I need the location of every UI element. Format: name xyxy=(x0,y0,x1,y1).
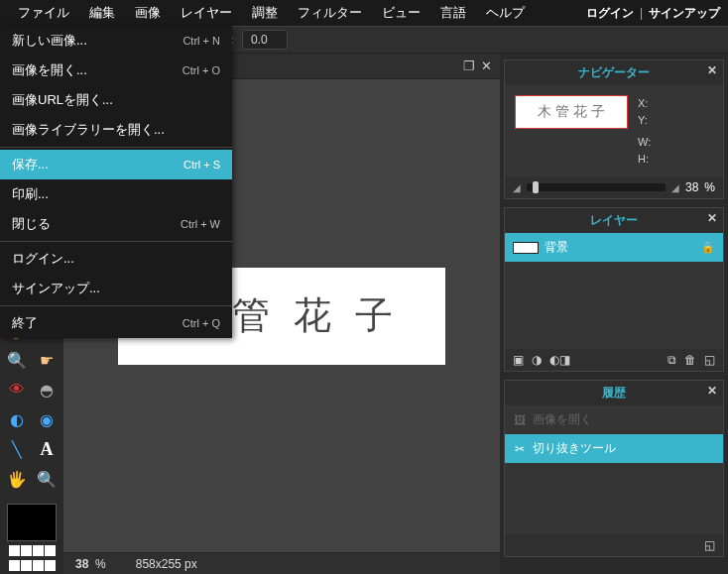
statusbar: 38 % 858x255 px xyxy=(63,552,500,574)
status-zoom: 38 xyxy=(75,557,88,571)
auth-separator: | xyxy=(640,6,643,20)
menu-layer[interactable]: レイヤー xyxy=(171,0,242,26)
swatch-sm[interactable] xyxy=(21,560,32,571)
menu-image[interactable]: 画像 xyxy=(125,0,171,26)
mask-icon[interactable]: ◑ xyxy=(532,353,542,367)
right-panels: ナビゲーター✕ 木管花子 X: Y: W: H: ◢ ◢ 38 % xyxy=(500,54,728,574)
history-panel: 履歴✕ 🖼 画像を開く ✂ 切り抜きツール ◱ xyxy=(504,380,724,557)
nav-zoom-value: 38 xyxy=(685,180,698,194)
expand-icon[interactable]: ◱ xyxy=(704,538,715,552)
adjust-icon[interactable]: ◐◨ xyxy=(549,353,570,367)
layers-panel: レイヤー✕ 背景 🔒 ▣ ◑ ◐◨ ⧉ 🗑 ◱ xyxy=(504,207,724,372)
pinch-tool-icon[interactable]: ◉ xyxy=(36,408,58,430)
zoom-out-icon[interactable]: ◢ xyxy=(513,182,521,193)
hand-tool-icon[interactable]: 🖐 xyxy=(6,468,28,490)
swatch-sm[interactable] xyxy=(33,560,44,571)
menu-signup[interactable]: サインアップ... xyxy=(0,274,232,303)
menu-print[interactable]: 印刷... xyxy=(0,179,232,209)
text-tool-icon[interactable]: A xyxy=(36,438,58,460)
navigator-title: ナビゲーター xyxy=(578,65,650,79)
layer-thumb-icon xyxy=(513,242,539,254)
redeye-tool-icon[interactable]: 👁 xyxy=(6,379,28,401)
navigator-panel: ナビゲーター✕ 木管花子 X: Y: W: H: ◢ ◢ 38 % xyxy=(504,59,724,199)
heal-tool-icon[interactable]: ◓ xyxy=(36,379,58,401)
menu-lang[interactable]: 言語 xyxy=(430,0,476,26)
menu-filter[interactable]: フィルター xyxy=(288,0,372,26)
swatch-sm[interactable] xyxy=(45,560,56,571)
signature-char: 花 xyxy=(294,290,331,341)
close-icon[interactable]: ✕ xyxy=(707,63,717,77)
crop-icon: ✂ xyxy=(513,442,527,456)
layer-name-label: 背景 xyxy=(545,239,568,256)
trash-icon[interactable]: 🗑 xyxy=(684,353,696,367)
swatch-row xyxy=(9,545,56,556)
swatch-sm[interactable] xyxy=(21,545,32,556)
signature-char: 子 xyxy=(355,290,393,341)
menu-new-image[interactable]: 新しい画像...Ctrl + N xyxy=(0,26,232,56)
navigator-zoombar: ◢ ◢ 38 % xyxy=(505,176,723,198)
swatch-row xyxy=(9,560,56,571)
lock-icon[interactable]: 🔒 xyxy=(701,241,715,254)
swatch-sm[interactable] xyxy=(9,560,20,571)
height-input[interactable]: 0.0 xyxy=(242,30,288,50)
status-dims: 858x255 px xyxy=(136,557,197,571)
menu-adjust[interactable]: 調整 xyxy=(242,0,288,26)
menu-close[interactable]: 閉じるCtrl + W xyxy=(0,209,232,239)
open-image-icon: 🖼 xyxy=(513,413,527,427)
color-swatch[interactable] xyxy=(7,504,57,541)
layers-title: レイヤー xyxy=(590,213,638,227)
expand-icon[interactable]: ◱ xyxy=(704,353,715,367)
menu-open-library[interactable]: 画像ライブラリーを開く... xyxy=(0,115,232,145)
signup-link[interactable]: サインアップ xyxy=(649,5,720,22)
menu-file[interactable]: ファイル xyxy=(8,0,79,26)
menu-login[interactable]: ログイン... xyxy=(0,244,232,274)
bloat-tool-icon[interactable]: ◐ xyxy=(6,408,28,430)
login-link[interactable]: ログイン xyxy=(586,5,634,22)
dodge-tool-icon[interactable]: ☛ xyxy=(36,349,58,371)
swatch-sm[interactable] xyxy=(9,545,20,556)
history-footer: ◱ xyxy=(505,534,723,556)
file-menu-dropdown: 新しい画像...Ctrl + N 画像を開く...Ctrl + O 画像URLを… xyxy=(0,26,232,338)
duplicate-icon[interactable]: ⧉ xyxy=(667,353,676,367)
history-row-open[interactable]: 🖼 画像を開く xyxy=(505,405,723,434)
dup-window-icon[interactable]: ❐ xyxy=(463,58,475,73)
close-icon[interactable]: ✕ xyxy=(707,384,717,398)
brush-tool-icon[interactable]: ╲ xyxy=(6,438,28,460)
swatch-sm[interactable] xyxy=(45,545,56,556)
swatch-sm[interactable] xyxy=(33,545,44,556)
menu-open-url[interactable]: 画像URLを開く... xyxy=(0,85,232,115)
navigator-info: X: Y: W: H: xyxy=(638,95,651,167)
zoom-tool-icon[interactable]: 🔍 xyxy=(6,349,28,371)
menubar: ファイル 編集 画像 レイヤー 調整 フィルター ビュー 言語 ヘルプ ログイン… xyxy=(0,0,728,26)
menu-view[interactable]: ビュー xyxy=(372,0,430,26)
menu-quit[interactable]: 終了Ctrl + Q xyxy=(0,308,232,338)
menu-help[interactable]: ヘルプ xyxy=(476,0,535,26)
layers-footer: ▣ ◑ ◐◨ ⧉ 🗑 ◱ xyxy=(505,349,723,371)
menu-save[interactable]: 保存...Ctrl + S xyxy=(0,150,232,179)
menu-edit[interactable]: 編集 xyxy=(79,0,125,26)
zoom-in-icon[interactable]: ◢ xyxy=(671,182,679,193)
zoom2-tool-icon[interactable]: 🔍 xyxy=(36,468,58,490)
status-zoom-unit: % xyxy=(95,557,106,571)
history-title: 履歴 xyxy=(602,386,626,400)
signature-char: 管 xyxy=(232,290,270,341)
close-tab-icon[interactable]: ✕ xyxy=(481,58,492,73)
navigator-thumb[interactable]: 木管花子 xyxy=(515,95,628,129)
layer-row-background[interactable]: 背景 🔒 xyxy=(505,233,723,262)
close-icon[interactable]: ✕ xyxy=(707,211,717,225)
zoom-slider[interactable] xyxy=(527,183,666,191)
menu-open-image[interactable]: 画像を開く...Ctrl + O xyxy=(0,56,232,85)
nav-zoom-unit: % xyxy=(704,180,715,194)
history-row-crop[interactable]: ✂ 切り抜きツール xyxy=(505,434,723,463)
new-layer-icon[interactable]: ▣ xyxy=(513,353,524,367)
